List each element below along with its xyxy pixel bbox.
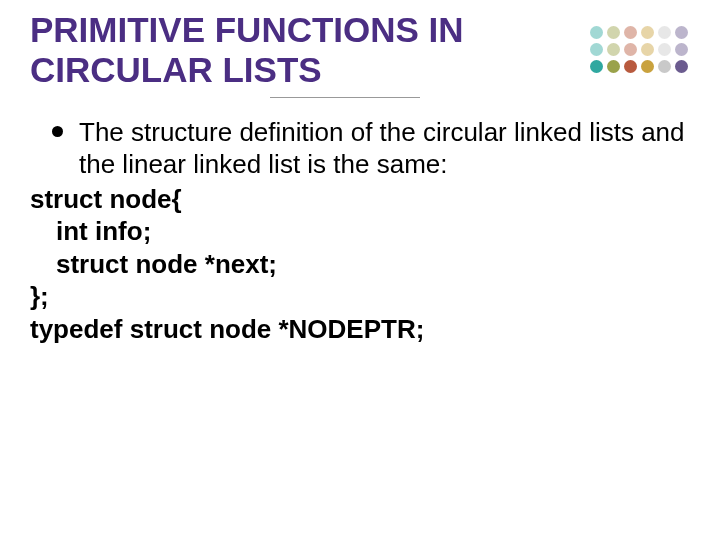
code-line-2: int info; [30, 215, 690, 248]
code-line-5: typedef struct node *NODEPTR; [30, 313, 690, 346]
bullet-text: The structure definition of the circular… [79, 116, 690, 181]
decorative-dot-grid [590, 26, 690, 75]
bullet-icon [52, 126, 63, 137]
code-line-4: }; [30, 280, 690, 313]
title-underline [270, 97, 420, 98]
code-line-1: struct node{ [30, 183, 690, 216]
slide: PRIMITIVE FUNCTIONS IN CIRCULAR LISTS Th… [0, 0, 720, 540]
code-block: struct node{ int info; struct node *next… [30, 183, 690, 346]
bullet-item: The structure definition of the circular… [52, 116, 690, 181]
code-line-3: struct node *next; [30, 248, 690, 281]
slide-content: The structure definition of the circular… [30, 116, 690, 346]
